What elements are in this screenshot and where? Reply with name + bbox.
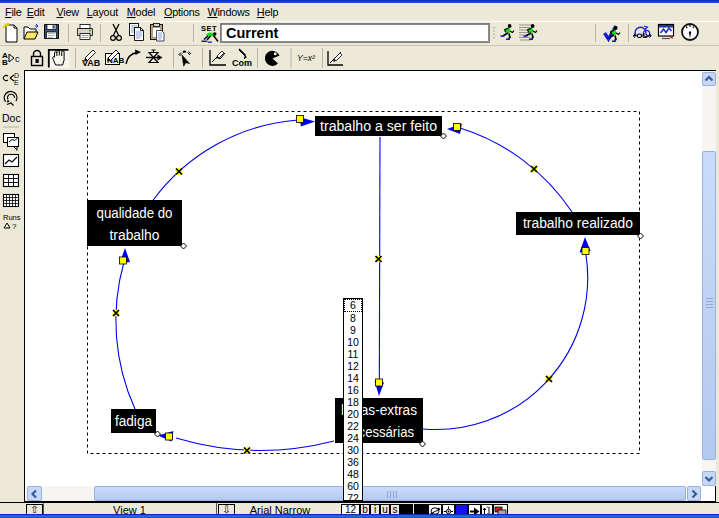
svg-text:trabalho: trabalho	[110, 227, 160, 243]
svg-text:qualidade do: qualidade do	[97, 205, 173, 221]
svg-text:trabalho a ser feito: trabalho a ser feito	[320, 118, 437, 134]
svg-text:trabalho realizado: trabalho realizado	[523, 215, 633, 231]
svg-text:fadiga: fadiga	[115, 413, 152, 429]
